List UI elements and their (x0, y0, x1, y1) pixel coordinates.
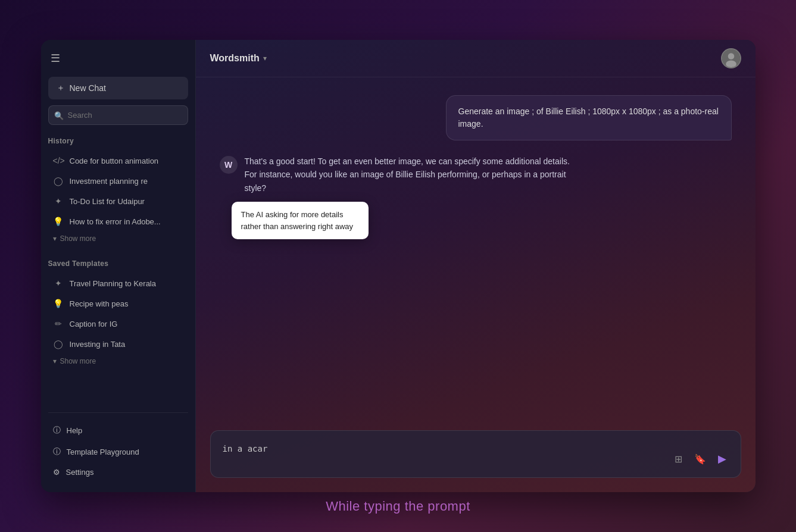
saved-template-label: Recipe with peas (70, 299, 129, 308)
code-icon: </> (53, 156, 64, 165)
template-playground-label: Template Playground (67, 447, 139, 456)
sidebar-item-travel[interactable]: ✦ Travel Planning to Kerala (48, 274, 188, 293)
new-chat-plus-icon: ＋ (57, 83, 65, 93)
saved-template-label: Travel Planning to Kerala (70, 279, 157, 288)
settings-gear-icon: ⚙ (53, 468, 60, 477)
chat-input[interactable] (223, 443, 665, 468)
show-more-label: Show more (60, 234, 96, 243)
svg-point-2 (726, 61, 736, 68)
ai-message-row: W That's a good start! To get an even be… (220, 155, 577, 195)
history-item-label: How to fix error in Adobe... (70, 217, 161, 226)
sidebar-item-template-playground[interactable]: ⓘ Template Playground (48, 442, 188, 462)
topbar: Wordsmith ▾ (196, 40, 756, 77)
saved-templates-title: Saved Templates (48, 259, 188, 268)
sidebar-item-recipe[interactable]: 💡 Recipe with peas (48, 294, 188, 313)
search-wrapper: 🔍 (48, 105, 188, 125)
tooltip-text: The AI asking for more details rather th… (241, 210, 354, 231)
caption-icon: ✏ (53, 319, 64, 328)
input-box: ⊞ 🔖 ▶ (210, 430, 741, 478)
bookmark-icon[interactable]: 🔖 (692, 451, 708, 467)
input-actions: ⊞ 🔖 ▶ (672, 450, 729, 468)
tooltip-box: The AI asking for more details rather th… (232, 202, 369, 239)
send-button[interactable]: ▶ (716, 450, 729, 468)
topbar-left: Wordsmith ▾ (210, 53, 267, 64)
user-message: Generate an image ; of Billie Eilish ; 1… (446, 95, 732, 140)
ai-message-text: That's a good start! To get an even bett… (245, 155, 577, 195)
history-section-title: History (48, 137, 188, 145)
star-icon: ✦ (53, 196, 64, 206)
sidebar-item-settings[interactable]: ⚙ Settings (48, 463, 188, 481)
investing-icon: ◯ (53, 339, 64, 349)
travel-icon: ✦ (53, 278, 64, 288)
history-item-label: Code for button animation (70, 157, 159, 165)
bulb-icon: 💡 (53, 217, 64, 226)
input-area: ⊞ 🔖 ▶ (196, 421, 756, 492)
saved-templates-show-more[interactable]: ▾ Show more (48, 355, 188, 368)
history-show-more[interactable]: ▾ Show more (48, 232, 188, 245)
template-playground-icon: ⓘ (53, 446, 61, 457)
sidebar: ☰ ＋ New Chat 🔍 History </> Code for butt… (41, 40, 196, 492)
sidebar-item-code-btn-anim[interactable]: </> Code for button animation (48, 151, 188, 170)
show-more-chevron: ▾ (53, 234, 57, 243)
help-icon: ⓘ (53, 425, 61, 436)
sidebar-item-adobe[interactable]: 💡 How to fix error in Adobe... (48, 212, 188, 231)
search-input[interactable] (48, 105, 188, 125)
user-avatar[interactable] (721, 48, 741, 68)
sidebar-item-todo[interactable]: ✦ To-Do List for Udaipur (48, 192, 188, 211)
sidebar-top: ☰ (48, 49, 188, 67)
bottom-label-container: While typing the prompt (0, 499, 796, 514)
user-message-row: Generate an image ; of Billie Eilish ; 1… (220, 95, 732, 140)
saved-template-label: Investing in Tata (70, 340, 126, 349)
settings-label: Settings (66, 468, 94, 477)
ai-response-group: W That's a good start! To get an even be… (220, 155, 732, 239)
history-item-label: To-Do List for Udaipur (70, 197, 145, 206)
app-window: ☰ ＋ New Chat 🔍 History </> Code for butt… (41, 40, 756, 492)
new-chat-button[interactable]: ＋ New Chat (48, 77, 188, 99)
ai-avatar: W (220, 156, 238, 174)
app-title: Wordsmith (210, 53, 260, 64)
history-section: History </> Code for button animation ◯ … (48, 137, 188, 250)
sidebar-item-help[interactable]: ⓘ Help (48, 420, 188, 440)
app-title-chevron[interactable]: ▾ (263, 54, 267, 62)
app-body: ☰ ＋ New Chat 🔍 History </> Code for butt… (41, 40, 756, 492)
add-template-icon[interactable]: ⊞ (672, 451, 685, 467)
saved-templates-section: Saved Templates ✦ Travel Planning to Ker… (48, 259, 188, 373)
history-item-label: Investment planning re (70, 177, 148, 186)
bottom-label: While typing the prompt (316, 489, 480, 523)
recipe-icon: 💡 (53, 299, 64, 308)
new-chat-label: New Chat (70, 83, 106, 93)
help-label: Help (67, 426, 83, 435)
circle-icon: ◯ (53, 176, 64, 186)
sidebar-item-investing[interactable]: ◯ Investing in Tata (48, 334, 188, 353)
sidebar-bottom: ⓘ Help ⓘ Template Playground ⚙ Settings (48, 412, 188, 483)
svg-point-1 (728, 53, 734, 60)
show-more-label2: Show more (60, 357, 96, 365)
sidebar-item-caption[interactable]: ✏ Caption for IG (48, 314, 188, 333)
hamburger-icon[interactable]: ☰ (48, 49, 63, 67)
saved-template-label: Caption for IG (70, 320, 118, 328)
chat-area: Generate an image ; of Billie Eilish ; 1… (196, 77, 756, 421)
show-more-chevron2: ▾ (53, 357, 57, 365)
main-content: Wordsmith ▾ Generate an image ; of Billi… (196, 40, 756, 492)
sidebar-item-investment[interactable]: ◯ Investment planning re (48, 171, 188, 190)
